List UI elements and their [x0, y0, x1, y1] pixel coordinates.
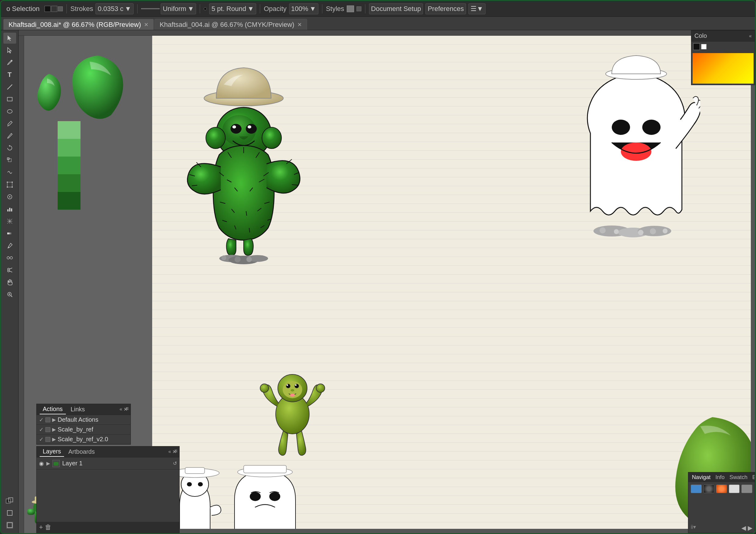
layers-menu-btn[interactable]: ≡ [174, 448, 177, 454]
check-icon-3: ✓ [39, 436, 43, 443]
action-row-folder-3[interactable]: ▶ [52, 436, 56, 442]
mesh-tool[interactable] [3, 216, 16, 227]
hand-tool[interactable] [3, 277, 16, 288]
pen-tool[interactable] [3, 57, 16, 68]
svg-point-19 [8, 270, 10, 272]
layer-name[interactable]: Layer 1 [62, 460, 171, 467]
panel-collapse-btn[interactable]: « [120, 407, 122, 412]
opacity-input[interactable]: 100% ▼ [289, 3, 318, 14]
scrollbar-horizontal[interactable] [152, 529, 755, 533]
free-transform-tool[interactable] [3, 179, 16, 190]
selection-tool[interactable] [3, 33, 16, 43]
tab-2[interactable]: Khaftsadi_004.ai @ 66.67% (CMYK/Preview)… [154, 19, 307, 30]
rect-tool[interactable] [3, 94, 16, 105]
action-row-folder-1[interactable]: ▶ [52, 417, 56, 423]
warp-tool[interactable] [3, 167, 16, 178]
color-gradient-display[interactable] [692, 53, 754, 84]
nav-swatches-panel: Navigat Info Swatch Brushe Symbo ◀ [688, 472, 755, 533]
main-canvas[interactable] [152, 36, 755, 533]
fill-color-swatch[interactable] [44, 6, 51, 12]
nav-swatch-grey[interactable] [742, 485, 752, 493]
screen-mode[interactable] [3, 520, 16, 531]
stroke-type-dropdown[interactable]: Uniform ▼ [161, 3, 196, 14]
fill-stroke-selector[interactable] [3, 495, 16, 506]
nav-swatch-dark[interactable] [704, 485, 715, 493]
style-swatch[interactable] [347, 6, 354, 12]
actions-tab[interactable]: Actions [40, 404, 66, 414]
action-row-folder-2[interactable]: ▶ [52, 427, 56, 433]
line-tool[interactable] [3, 81, 16, 93]
svg-point-76 [221, 255, 226, 260]
svg-point-99 [295, 384, 297, 386]
tab-2-close[interactable]: ✕ [297, 21, 302, 28]
color-panel: Colo « [691, 30, 755, 85]
brush-dropdown[interactable]: 5 pt. Round ▼ [209, 3, 256, 14]
nav-back-btn[interactable]: ◀ [742, 524, 746, 532]
stroke-color-swatch[interactable] [51, 6, 57, 12]
white-swatch[interactable] [701, 44, 707, 49]
rotate-tool[interactable] [3, 143, 16, 154]
tab-1[interactable]: Khaftsadi_008.ai* @ 66.67% (RGB/Preview)… [3, 19, 154, 30]
gradient-tool[interactable] [3, 228, 16, 239]
color-collapse-btn[interactable]: « [749, 33, 752, 39]
column-graph-tool[interactable] [3, 204, 16, 214]
doc-setup-button[interactable]: Document Setup [369, 3, 423, 14]
stroke-line-container: Uniform ▼ [141, 3, 196, 14]
delete-layer-btn[interactable]: 🗑 [45, 523, 52, 531]
links-tab[interactable]: Links [68, 405, 88, 414]
svg-rect-4 [8, 159, 11, 162]
nav-swatch-blue[interactable] [691, 485, 702, 493]
style-options[interactable] [357, 6, 362, 11]
action-row-3[interactable]: ✓ ▶ Scale_by_ref_v2.0 [37, 435, 130, 444]
artboards-tab[interactable]: Artboards [66, 447, 97, 456]
color-sw-row [691, 42, 755, 52]
nav-tab-brushes[interactable]: Brushe [750, 474, 755, 481]
options-swatch[interactable] [58, 6, 63, 11]
pencil-tool[interactable] [3, 130, 16, 141]
layers-collapse-btn[interactable]: « [168, 449, 171, 455]
blend-tool[interactable] [3, 252, 16, 263]
extra-menu[interactable]: ☰▼ [469, 3, 485, 14]
eyedropper-tool[interactable] [3, 240, 16, 251]
svg-point-89 [625, 229, 632, 236]
layers-panel-header: Layers Artboards « ✕ [37, 446, 179, 458]
zoom-tool[interactable] [3, 289, 16, 300]
layers-tab[interactable]: Layers [40, 447, 64, 457]
layer-expand-arrow[interactable]: ▶ [46, 461, 50, 466]
action-row-1[interactable]: ✓ ▶ Default Actions [37, 415, 130, 425]
panel-menu-btn[interactable]: ≡ [125, 406, 129, 412]
ellipse-tool[interactable] [3, 106, 16, 117]
preferences-button[interactable]: Preferences [425, 3, 466, 14]
scissors-tool[interactable] [3, 265, 16, 275]
layer-eye-icon[interactable]: ◉ [39, 460, 44, 467]
type-tool[interactable]: T [3, 69, 16, 80]
scrollbar-vertical[interactable] [751, 41, 755, 533]
canvas-area[interactable]: Actions Links « ✕ ≡ ✓ ▶ Default Actions [18, 30, 755, 533]
svg-point-79 [259, 255, 264, 260]
scale-tool[interactable] [3, 155, 16, 166]
drawing-mode[interactable] [3, 507, 16, 519]
add-layer-btn[interactable]: + [39, 523, 43, 531]
action-row-2[interactable]: ✓ ▶ Scale_by_ref [37, 425, 130, 435]
nav-forward-btn[interactable]: ▶ [748, 524, 752, 532]
opacity-label: Opacity [264, 5, 287, 13]
toolbar-sep-5 [322, 4, 322, 14]
svg-line-1 [7, 85, 12, 89]
svg-point-6 [7, 182, 8, 183]
nav-tab-navigate[interactable]: Navigat [690, 474, 713, 481]
stroke-line-preview [141, 8, 159, 9]
paintbrush-tool[interactable] [3, 118, 16, 129]
layer-row-1[interactable]: ◉ ▶ Layer 1 ↺ [37, 458, 179, 470]
tab-1-close[interactable]: ✕ [144, 21, 148, 28]
style-label: Styles [326, 5, 344, 13]
symbol-sprayer-tool[interactable] [3, 191, 16, 202]
svg-point-90 [638, 230, 643, 235]
nav-tab-info[interactable]: Info [714, 474, 726, 481]
nav-swatch-white[interactable] [729, 485, 740, 493]
black-swatch[interactable] [693, 43, 700, 50]
stroke-value-input[interactable]: 0.0353 c ▼ [95, 3, 133, 14]
nav-tab-swatch[interactable]: Swatch [728, 474, 749, 481]
direct-select-tool[interactable] [3, 45, 16, 56]
nav-swatch-orange[interactable] [716, 485, 727, 493]
layer-target-icon[interactable]: ↺ [173, 461, 177, 466]
